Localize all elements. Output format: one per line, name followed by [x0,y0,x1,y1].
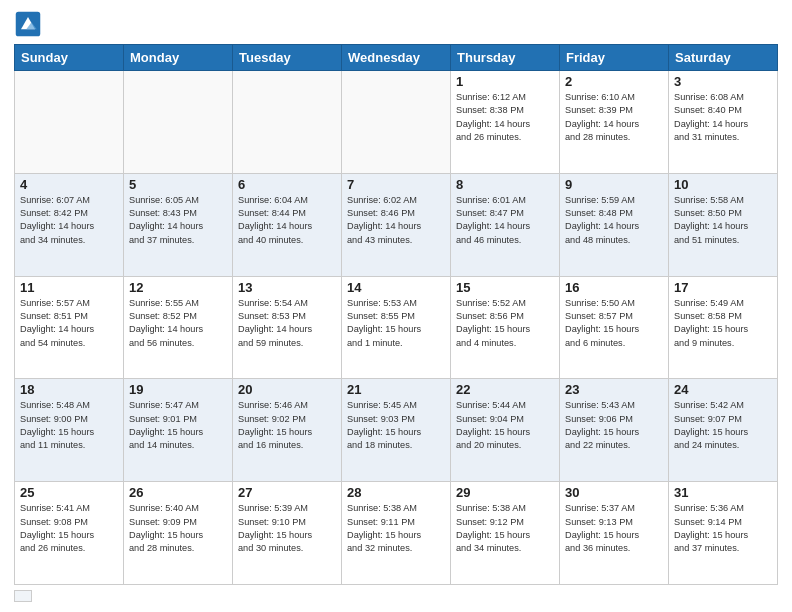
calendar-cell: 21Sunrise: 5:45 AM Sunset: 9:03 PM Dayli… [342,379,451,482]
calendar-week-1: 1Sunrise: 6:12 AM Sunset: 8:38 PM Daylig… [15,71,778,174]
day-info: Sunrise: 5:41 AM Sunset: 9:08 PM Dayligh… [20,502,118,555]
calendar-cell: 30Sunrise: 5:37 AM Sunset: 9:13 PM Dayli… [560,482,669,585]
calendar-cell: 19Sunrise: 5:47 AM Sunset: 9:01 PM Dayli… [124,379,233,482]
calendar-cell: 16Sunrise: 5:50 AM Sunset: 8:57 PM Dayli… [560,276,669,379]
day-info: Sunrise: 6:12 AM Sunset: 8:38 PM Dayligh… [456,91,554,144]
day-info: Sunrise: 5:59 AM Sunset: 8:48 PM Dayligh… [565,194,663,247]
page: SundayMondayTuesdayWednesdayThursdayFrid… [0,0,792,612]
day-number: 10 [674,177,772,192]
calendar-header-tuesday: Tuesday [233,45,342,71]
calendar-cell: 28Sunrise: 5:38 AM Sunset: 9:11 PM Dayli… [342,482,451,585]
day-number: 5 [129,177,227,192]
day-number: 6 [238,177,336,192]
calendar-cell: 7Sunrise: 6:02 AM Sunset: 8:46 PM Daylig… [342,173,451,276]
day-info: Sunrise: 5:45 AM Sunset: 9:03 PM Dayligh… [347,399,445,452]
calendar-cell: 23Sunrise: 5:43 AM Sunset: 9:06 PM Dayli… [560,379,669,482]
day-number: 8 [456,177,554,192]
day-info: Sunrise: 5:42 AM Sunset: 9:07 PM Dayligh… [674,399,772,452]
day-number: 27 [238,485,336,500]
calendar-cell: 17Sunrise: 5:49 AM Sunset: 8:58 PM Dayli… [669,276,778,379]
calendar-header-friday: Friday [560,45,669,71]
calendar-cell: 15Sunrise: 5:52 AM Sunset: 8:56 PM Dayli… [451,276,560,379]
header [14,10,778,38]
calendar-cell: 2Sunrise: 6:10 AM Sunset: 8:39 PM Daylig… [560,71,669,174]
calendar-week-5: 25Sunrise: 5:41 AM Sunset: 9:08 PM Dayli… [15,482,778,585]
day-info: Sunrise: 5:46 AM Sunset: 9:02 PM Dayligh… [238,399,336,452]
calendar-cell: 24Sunrise: 5:42 AM Sunset: 9:07 PM Dayli… [669,379,778,482]
day-info: Sunrise: 5:53 AM Sunset: 8:55 PM Dayligh… [347,297,445,350]
day-info: Sunrise: 6:07 AM Sunset: 8:42 PM Dayligh… [20,194,118,247]
day-info: Sunrise: 5:44 AM Sunset: 9:04 PM Dayligh… [456,399,554,452]
calendar-cell: 8Sunrise: 6:01 AM Sunset: 8:47 PM Daylig… [451,173,560,276]
calendar-header-row: SundayMondayTuesdayWednesdayThursdayFrid… [15,45,778,71]
calendar-cell [233,71,342,174]
day-info: Sunrise: 5:58 AM Sunset: 8:50 PM Dayligh… [674,194,772,247]
day-number: 24 [674,382,772,397]
day-number: 21 [347,382,445,397]
day-number: 12 [129,280,227,295]
day-info: Sunrise: 6:08 AM Sunset: 8:40 PM Dayligh… [674,91,772,144]
calendar-cell: 29Sunrise: 5:38 AM Sunset: 9:12 PM Dayli… [451,482,560,585]
calendar-cell: 27Sunrise: 5:39 AM Sunset: 9:10 PM Dayli… [233,482,342,585]
day-number: 17 [674,280,772,295]
day-info: Sunrise: 5:52 AM Sunset: 8:56 PM Dayligh… [456,297,554,350]
day-number: 22 [456,382,554,397]
day-number: 13 [238,280,336,295]
calendar-header-wednesday: Wednesday [342,45,451,71]
logo-icon [14,10,42,38]
calendar-cell: 31Sunrise: 5:36 AM Sunset: 9:14 PM Dayli… [669,482,778,585]
calendar-cell [342,71,451,174]
day-info: Sunrise: 6:04 AM Sunset: 8:44 PM Dayligh… [238,194,336,247]
day-info: Sunrise: 5:47 AM Sunset: 9:01 PM Dayligh… [129,399,227,452]
day-info: Sunrise: 5:57 AM Sunset: 8:51 PM Dayligh… [20,297,118,350]
calendar-cell: 18Sunrise: 5:48 AM Sunset: 9:00 PM Dayli… [15,379,124,482]
day-number: 31 [674,485,772,500]
calendar-header-thursday: Thursday [451,45,560,71]
day-number: 15 [456,280,554,295]
day-number: 7 [347,177,445,192]
day-number: 2 [565,74,663,89]
day-number: 14 [347,280,445,295]
day-info: Sunrise: 5:48 AM Sunset: 9:00 PM Dayligh… [20,399,118,452]
calendar-cell: 9Sunrise: 5:59 AM Sunset: 8:48 PM Daylig… [560,173,669,276]
calendar-header-sunday: Sunday [15,45,124,71]
calendar-cell [124,71,233,174]
calendar-cell: 4Sunrise: 6:07 AM Sunset: 8:42 PM Daylig… [15,173,124,276]
day-info: Sunrise: 5:49 AM Sunset: 8:58 PM Dayligh… [674,297,772,350]
day-info: Sunrise: 5:50 AM Sunset: 8:57 PM Dayligh… [565,297,663,350]
calendar-cell: 3Sunrise: 6:08 AM Sunset: 8:40 PM Daylig… [669,71,778,174]
day-info: Sunrise: 5:37 AM Sunset: 9:13 PM Dayligh… [565,502,663,555]
day-number: 30 [565,485,663,500]
day-info: Sunrise: 6:02 AM Sunset: 8:46 PM Dayligh… [347,194,445,247]
day-info: Sunrise: 5:55 AM Sunset: 8:52 PM Dayligh… [129,297,227,350]
calendar-cell: 26Sunrise: 5:40 AM Sunset: 9:09 PM Dayli… [124,482,233,585]
day-number: 9 [565,177,663,192]
day-number: 25 [20,485,118,500]
day-info: Sunrise: 5:43 AM Sunset: 9:06 PM Dayligh… [565,399,663,452]
day-number: 16 [565,280,663,295]
day-number: 20 [238,382,336,397]
calendar-cell [15,71,124,174]
day-number: 23 [565,382,663,397]
day-number: 29 [456,485,554,500]
day-info: Sunrise: 5:39 AM Sunset: 9:10 PM Dayligh… [238,502,336,555]
calendar-cell: 13Sunrise: 5:54 AM Sunset: 8:53 PM Dayli… [233,276,342,379]
calendar-cell: 11Sunrise: 5:57 AM Sunset: 8:51 PM Dayli… [15,276,124,379]
day-number: 28 [347,485,445,500]
calendar-cell: 12Sunrise: 5:55 AM Sunset: 8:52 PM Dayli… [124,276,233,379]
day-info: Sunrise: 6:10 AM Sunset: 8:39 PM Dayligh… [565,91,663,144]
day-number: 3 [674,74,772,89]
calendar-week-4: 18Sunrise: 5:48 AM Sunset: 9:00 PM Dayli… [15,379,778,482]
calendar-cell: 22Sunrise: 5:44 AM Sunset: 9:04 PM Dayli… [451,379,560,482]
calendar-table: SundayMondayTuesdayWednesdayThursdayFrid… [14,44,778,585]
footer [14,590,778,602]
day-number: 19 [129,382,227,397]
day-info: Sunrise: 5:40 AM Sunset: 9:09 PM Dayligh… [129,502,227,555]
day-number: 26 [129,485,227,500]
calendar-week-3: 11Sunrise: 5:57 AM Sunset: 8:51 PM Dayli… [15,276,778,379]
day-info: Sunrise: 6:01 AM Sunset: 8:47 PM Dayligh… [456,194,554,247]
day-info: Sunrise: 5:38 AM Sunset: 9:12 PM Dayligh… [456,502,554,555]
calendar-cell: 6Sunrise: 6:04 AM Sunset: 8:44 PM Daylig… [233,173,342,276]
calendar-cell: 5Sunrise: 6:05 AM Sunset: 8:43 PM Daylig… [124,173,233,276]
calendar-cell: 25Sunrise: 5:41 AM Sunset: 9:08 PM Dayli… [15,482,124,585]
